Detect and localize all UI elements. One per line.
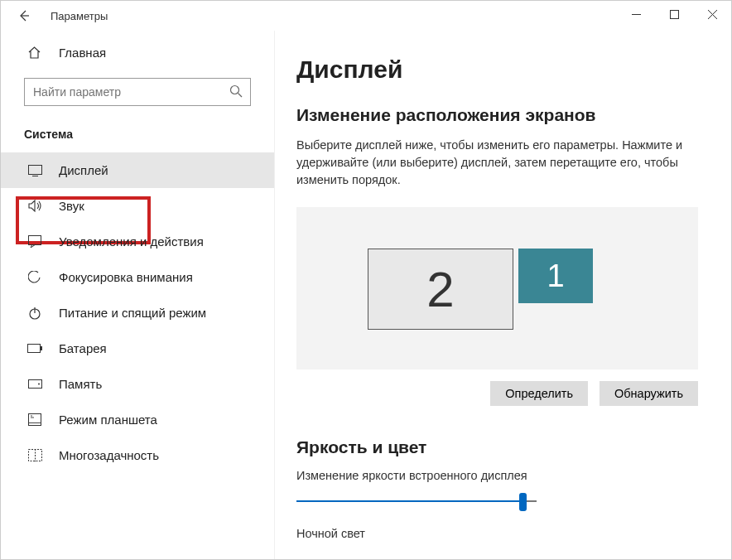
power-icon: [27, 307, 42, 320]
maximize-icon: [670, 10, 679, 19]
sidebar-item-label: Питание и спящий режим: [59, 306, 206, 320]
sidebar-item-label: Батарея: [59, 341, 107, 355]
svg-rect-7: [28, 380, 41, 389]
svg-rect-3: [29, 236, 41, 245]
display-monitor-1[interactable]: 1: [518, 249, 593, 303]
svg-rect-5: [28, 345, 41, 353]
search-input[interactable]: [24, 78, 251, 106]
close-button[interactable]: [693, 1, 731, 27]
notifications-icon: [27, 235, 42, 248]
svg-rect-2: [28, 165, 41, 174]
sidebar-item-multitask[interactable]: Многозадачность: [1, 437, 274, 473]
focus-icon: [27, 271, 42, 284]
svg-point-8: [38, 384, 40, 385]
maximize-button[interactable]: [655, 1, 693, 27]
detect-button[interactable]: Обнаружить: [600, 381, 698, 406]
sidebar-item-label: Звук: [59, 199, 84, 213]
svg-rect-9: [29, 414, 41, 426]
svg-rect-6: [41, 346, 42, 350]
arrange-heading: Изменение расположения экранов: [296, 105, 698, 125]
arrow-left-icon: [17, 9, 31, 22]
sidebar: Главная Система Дисплей Звук Уведомления…: [1, 31, 274, 559]
home-label: Главная: [59, 46, 106, 60]
sidebar-item-label: Дисплей: [59, 163, 108, 177]
page-title: Дисплей: [296, 56, 698, 84]
search-box[interactable]: [24, 78, 251, 106]
sound-icon: [27, 200, 42, 212]
minimize-button[interactable]: [617, 1, 655, 27]
sidebar-item-notifications[interactable]: Уведомления и действия: [1, 224, 274, 259]
display-monitor-2[interactable]: 2: [368, 249, 513, 330]
sidebar-item-display[interactable]: Дисплей: [1, 152, 274, 188]
sidebar-item-label: Режим планшета: [59, 413, 157, 427]
arrange-description: Выберите дисплей ниже, чтобы изменить ег…: [296, 137, 686, 189]
sidebar-item-battery[interactable]: Батарея: [1, 331, 274, 366]
storage-icon: [27, 379, 42, 389]
window-title: Параметры: [51, 10, 108, 22]
brightness-slider[interactable]: [296, 490, 537, 512]
sidebar-item-label: Многозадачность: [59, 448, 159, 462]
svg-rect-0: [670, 10, 678, 18]
sidebar-item-label: Память: [59, 377, 102, 391]
minimize-icon: [632, 10, 641, 19]
sidebar-item-label: Фокусировка внимания: [59, 270, 193, 284]
sidebar-item-tablet[interactable]: Режим планшета: [1, 402, 274, 437]
sidebar-item-storage[interactable]: Память: [1, 366, 274, 402]
night-light-label: Ночной свет: [296, 527, 698, 540]
identify-button[interactable]: Определить: [490, 381, 588, 406]
back-button[interactable]: [12, 4, 36, 27]
svg-point-1: [231, 86, 239, 94]
home-link[interactable]: Главная: [1, 37, 274, 68]
brightness-label: Изменение яркости встроенного дисплея: [296, 469, 698, 482]
tablet-icon: [27, 413, 42, 426]
close-icon: [708, 10, 717, 19]
sidebar-item-power[interactable]: Питание и спящий режим: [1, 295, 274, 331]
slider-fill: [296, 500, 523, 502]
home-icon: [27, 46, 42, 60]
display-arrangement[interactable]: 2 1: [296, 207, 698, 369]
brightness-heading: Яркость и цвет: [296, 437, 698, 457]
display-icon: [27, 165, 42, 176]
sidebar-item-sound[interactable]: Звук: [1, 188, 274, 224]
section-title: Система: [1, 121, 274, 152]
multitask-icon: [27, 449, 42, 461]
search-icon: [229, 84, 243, 101]
battery-icon: [27, 344, 42, 353]
main-content: Дисплей Изменение расположения экранов В…: [274, 31, 731, 559]
sidebar-item-label: Уведомления и действия: [59, 234, 204, 249]
sidebar-item-focus[interactable]: Фокусировка внимания: [1, 259, 274, 295]
slider-thumb[interactable]: [519, 493, 527, 511]
